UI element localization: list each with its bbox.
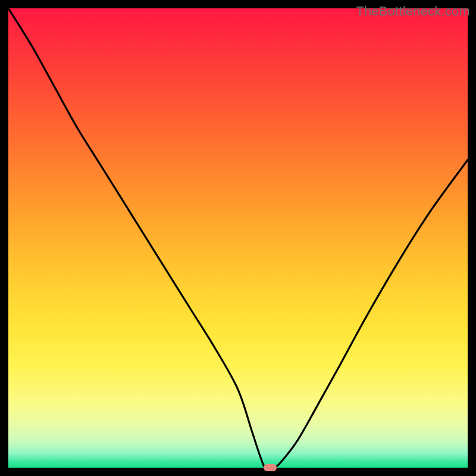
bottleneck-curve (8, 8, 468, 468)
optimal-point-marker (264, 464, 277, 471)
chart-frame: TheBottleneck.com (0, 0, 476, 476)
plot-area (8, 8, 468, 468)
watermark-text: TheBottleneck.com (356, 4, 470, 19)
curve-path (8, 8, 468, 468)
